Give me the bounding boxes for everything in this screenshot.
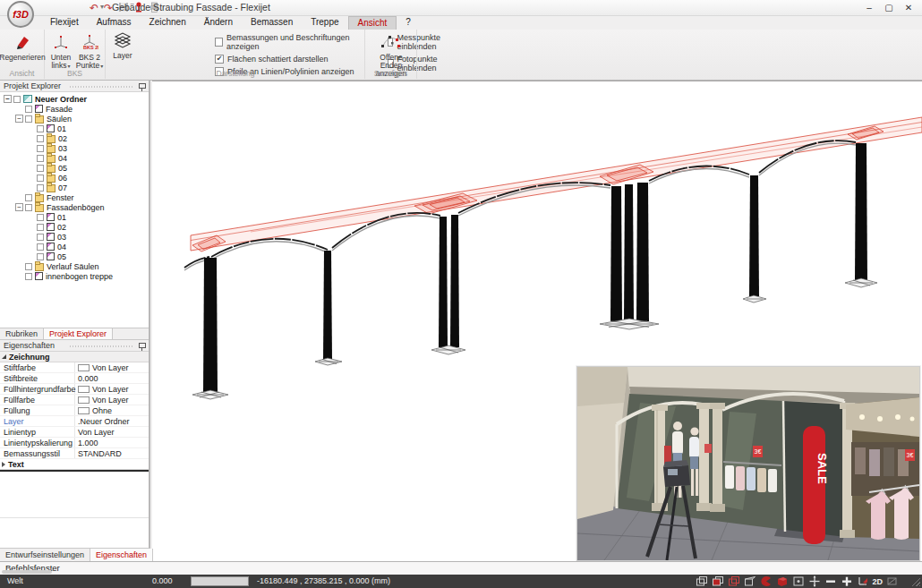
prop-fuellfarbe[interactable]: FüllfarbeVon Layer (0, 395, 149, 405)
close-button[interactable]: ✕ (899, 0, 918, 14)
color-swatch[interactable] (78, 364, 90, 371)
tree-checkbox[interactable] (37, 253, 44, 260)
command-window-scrollbar[interactable] (2, 570, 52, 574)
prop-value[interactable]: .Neuer Ordner (78, 417, 130, 426)
tab-rubriken[interactable]: Rubriken (0, 328, 43, 339)
tree-checkbox[interactable] (37, 135, 44, 142)
tree-checkbox[interactable] (37, 145, 44, 152)
tab-zeichnen[interactable]: Zeichnen (141, 16, 195, 30)
tree-item[interactable]: 06 (0, 173, 149, 183)
tree-item[interactable]: 04 (0, 242, 149, 251)
tree-item-fenster[interactable]: Fenster (0, 192, 149, 202)
prop-fuellung[interactable]: FüllungOhne (0, 405, 149, 416)
view-cube-edges-icon[interactable] (727, 575, 740, 587)
tab-eigenschaften[interactable]: Eigenschaften (90, 549, 153, 561)
tree-checkbox[interactable] (37, 243, 44, 251)
drawing-mode-icon[interactable] (885, 575, 899, 587)
prop-bemassungsstil[interactable]: BemassungsstilSTANDARD (0, 448, 149, 459)
prop-value[interactable]: 1.000 (78, 439, 98, 447)
view-cube-wire-icon[interactable] (695, 575, 708, 587)
tree-checkbox[interactable] (25, 115, 32, 123)
prop-linientyp[interactable]: LinientypVon Layer (0, 427, 149, 438)
section-zeichnung[interactable]: Zeichnung (0, 352, 149, 362)
prop-stiftfarbe[interactable]: StiftfarbeVon Layer (0, 362, 149, 373)
tree-item-innenbogen-treppe[interactable]: innenbogen treppe (0, 271, 149, 281)
snap-axis-icon[interactable] (856, 575, 869, 587)
prop-value[interactable]: Von Layer (92, 396, 129, 405)
tree-checkbox[interactable] (25, 194, 32, 201)
color-swatch[interactable] (78, 396, 90, 404)
view-cube-hidden-icon[interactable] (743, 575, 756, 587)
tree-item[interactable]: 02 (0, 133, 149, 143)
tree-checkbox[interactable] (37, 234, 44, 241)
tree-item[interactable]: 02 (0, 222, 149, 232)
bks-2-punkte-button[interactable]: BKS 2P BKS 2 Punkte (75, 32, 104, 71)
color-swatch[interactable] (78, 407, 90, 414)
prop-value[interactable]: Von Layer (92, 363, 129, 372)
tree-item[interactable]: 01 (0, 212, 149, 222)
tree-checkbox[interactable] (25, 106, 32, 113)
point-display-icon[interactable] (791, 575, 805, 587)
expand-toggle[interactable]: − (15, 203, 23, 211)
prop-value[interactable]: STANDARD (78, 449, 122, 458)
app-logo[interactable]: f3D (7, 1, 36, 28)
solid-view-icon[interactable] (775, 575, 789, 587)
tree-item[interactable]: 07 (0, 183, 149, 192)
drawing-viewport[interactable]: SALE 3€ 3€ (152, 81, 922, 561)
status-progress-field[interactable] (191, 576, 249, 586)
tree-item-verlauf-saeulen[interactable]: Verlauf Säulen (0, 261, 149, 271)
tree-checkbox[interactable] (37, 214, 44, 221)
tree-item-fasade[interactable]: Fasade (0, 104, 149, 114)
tab-flexijet[interactable]: Flexijet (41, 16, 88, 30)
prop-fuellhintergrundfarbe[interactable]: FüllhintergrundfarbeVon Layer (0, 384, 149, 395)
unten-links-button[interactable]: Unten links (47, 32, 75, 71)
tree-item-neuer-ordner[interactable]: −Neuer Ordner (0, 94, 149, 104)
tree-checkbox[interactable] (37, 184, 44, 192)
tree-checkbox[interactable] (37, 175, 44, 182)
regenerieren-button[interactable]: Regenerieren (2, 32, 43, 62)
tab-projekt-explorer[interactable]: Projekt Explorer (43, 328, 113, 339)
tab-bemassen[interactable]: Bemassen (242, 16, 302, 30)
prop-stiftbreite[interactable]: Stiftbreite0.000 (0, 373, 149, 384)
prop-layer[interactable]: Layer.Neuer Ordner (0, 416, 149, 427)
pan-move-icon[interactable] (807, 575, 821, 587)
resize-grip[interactable] (911, 577, 920, 586)
prop-linientypskalierung[interactable]: Linientypskalierung1.000 (0, 438, 149, 448)
view-mode-2d-toggle[interactable]: 2D (872, 577, 883, 586)
pin-icon[interactable] (139, 82, 145, 90)
tree-item[interactable]: 03 (0, 143, 149, 153)
tree-item-saeulen[interactable]: −Säulen (0, 114, 149, 124)
prop-value[interactable]: Von Layer (78, 428, 115, 437)
prop-value[interactable]: 0.000 (78, 374, 98, 383)
checkbox-bemassungen[interactable]: Bemassungen und Beschriftungen anzeigen (215, 33, 364, 51)
tab-aendern[interactable]: Ändern (195, 16, 242, 30)
zoom-in-icon[interactable] (840, 575, 853, 587)
tab-treppe[interactable]: Treppe (302, 16, 347, 30)
zoom-out-icon[interactable] (824, 575, 837, 587)
tab-help[interactable]: ? (397, 16, 420, 30)
tree-checkbox[interactable] (37, 155, 44, 162)
expand-toggle[interactable]: − (15, 115, 23, 123)
tree-checkbox[interactable] (37, 125, 44, 132)
tree-item[interactable]: 04 (0, 153, 149, 163)
tree-checkbox[interactable] (37, 165, 44, 172)
tab-aufmass[interactable]: Aufmass (88, 16, 141, 30)
prop-value[interactable]: Von Layer (92, 385, 129, 394)
minimize-button[interactable]: – (859, 0, 879, 14)
tree-item[interactable]: 03 (0, 232, 149, 242)
checkbox-flaechen-schattiert[interactable]: ✔ Flächen schattiert darstellen (215, 55, 364, 64)
tree-item[interactable]: 01 (0, 124, 149, 133)
tree-checkbox[interactable] (25, 263, 32, 270)
undo-icon[interactable]: ↶ (90, 2, 98, 14)
tree-checkbox[interactable] (25, 204, 32, 211)
tab-entwurfseinstellungen[interactable]: Entwurfseinstellungen (0, 549, 90, 561)
expand-toggle[interactable]: − (4, 95, 12, 103)
tree-checkbox[interactable] (13, 96, 21, 103)
shading-mode-icon[interactable] (759, 575, 773, 587)
tree-item-fassadenboegen[interactable]: −Fassadenbögen (0, 202, 149, 212)
maximize-button[interactable]: ▢ (879, 0, 899, 14)
qat-customize-caret[interactable]: ▾ (100, 3, 104, 11)
tree-item[interactable]: 05 (0, 251, 149, 261)
color-swatch[interactable] (78, 386, 90, 393)
tree-item[interactable]: 05 (0, 163, 149, 173)
